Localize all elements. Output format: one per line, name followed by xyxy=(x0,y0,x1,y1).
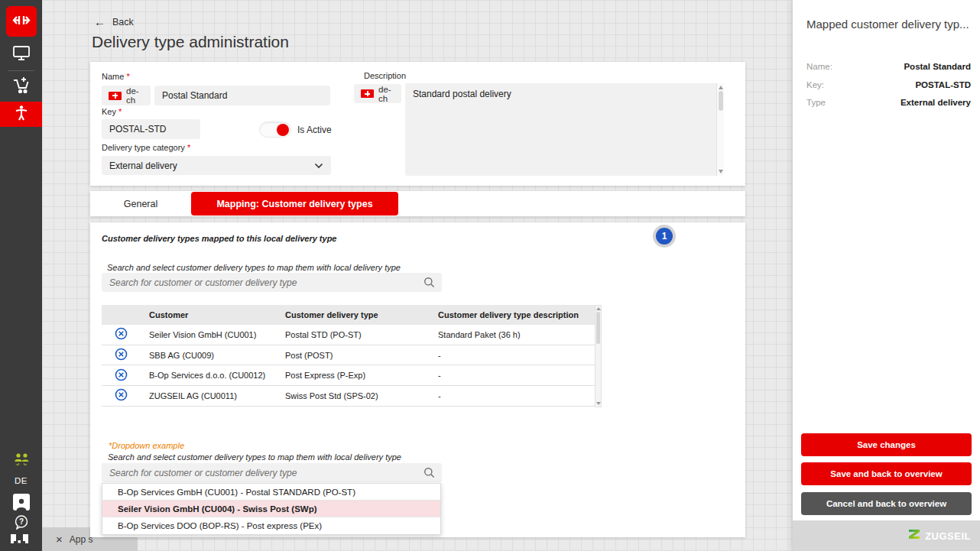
cell-description: - xyxy=(438,371,595,380)
zugseil-z-icon xyxy=(908,529,920,543)
sidebar-item-active[interactable] xyxy=(0,102,42,127)
search-instruction: Search and select customer delivery type… xyxy=(108,452,401,462)
table-row: ZUGSEIL AG (CU0011) Swiss Post Std (SPS-… xyxy=(102,386,595,407)
close-icon[interactable]: × xyxy=(56,533,63,546)
save-back-overview-button[interactable]: Save and back to overview xyxy=(801,462,972,485)
col-description: Customer delivery type description xyxy=(438,310,595,319)
avatar-icon xyxy=(13,494,30,510)
app-banner-label: App s xyxy=(70,534,93,545)
mapping-heading: Customer delivery types mapped to this l… xyxy=(102,234,337,243)
description-scrollbar[interactable] xyxy=(716,83,724,176)
toggle-knob xyxy=(277,124,289,136)
detail-row-name: Name: Postal Standard xyxy=(806,61,971,72)
is-active-toggle[interactable] xyxy=(259,122,291,138)
design-canvas: ← Back Delivery type administration Name… xyxy=(42,0,793,551)
dropdown-example-caption: *Dropdown example xyxy=(109,441,184,450)
name-input[interactable] xyxy=(154,86,330,105)
table-header: Customer Customer delivery type Customer… xyxy=(102,305,595,325)
swiss-flag-icon xyxy=(109,92,122,100)
mapping-search xyxy=(102,273,442,292)
sidebar-locale[interactable]: DE xyxy=(0,474,42,488)
cell-customer: B-Op Services d.o.o. (CU0012) xyxy=(140,371,285,380)
dropdown-listbox: B-Op Services GmbH (CU001) - Postal STAN… xyxy=(102,483,441,535)
scroll-thumb[interactable] xyxy=(719,91,723,111)
scroll-up-arrow[interactable] xyxy=(596,307,601,310)
detail-value: POSTAL-STD xyxy=(915,80,971,89)
col-customer-delivery-type: Customer delivery type xyxy=(285,310,438,319)
key-label: Key * xyxy=(102,107,122,116)
sidebar-divider xyxy=(8,70,34,71)
search-icon[interactable] xyxy=(423,467,435,481)
description-language-chip[interactable]: de-ch xyxy=(354,84,401,103)
search-instruction: Search and select customer delivery type… xyxy=(107,263,401,272)
sbb-logo[interactable] xyxy=(6,6,37,37)
detail-label: Type xyxy=(806,98,826,107)
table-row: B-Op Services d.o.o. (CU0012) Post Expre… xyxy=(102,365,595,386)
dropdown-option[interactable]: B-Op Services GmbH (CU001) - Postal STAN… xyxy=(102,484,440,501)
annotation-badge: 1 xyxy=(653,225,676,248)
tab-bar: General Mapping: Customer delivery types xyxy=(90,191,745,216)
mapping-search-input[interactable] xyxy=(102,273,442,292)
mapped-types-table: Customer Customer delivery type Customer… xyxy=(102,305,595,407)
detail-row-type: Type External delivery xyxy=(806,97,971,108)
detail-label: Name: xyxy=(806,62,832,71)
sidebar-item-user-switch[interactable] xyxy=(0,452,42,471)
remove-mapping-icon[interactable] xyxy=(115,388,128,403)
dropdown-option[interactable]: B-Op Services DOO (BOP-RS) - Post expres… xyxy=(102,517,440,534)
category-select[interactable]: External delivery xyxy=(102,156,331,175)
sbb-double-arrow-icon xyxy=(11,15,32,29)
lang-chip-label: de-ch xyxy=(126,86,144,105)
delivery-type-form-panel: Name * de-ch Key * Is Active Delivery ty… xyxy=(90,62,745,186)
description-value: Standard postal delivery xyxy=(413,89,511,99)
col-customer: Customer xyxy=(140,310,285,319)
sidebar-item-cart[interactable] xyxy=(0,75,42,99)
scroll-thumb[interactable] xyxy=(596,312,600,344)
remove-mapping-icon[interactable] xyxy=(115,348,128,362)
cell-type: Post Express (P-Exp) xyxy=(285,371,438,380)
sidebar-item-bop-logo xyxy=(0,534,42,546)
dropdown-search-input[interactable] xyxy=(102,463,442,482)
search-icon[interactable] xyxy=(423,277,435,291)
mapping-panel: Customer delivery types mapped to this l… xyxy=(90,222,745,537)
scroll-up-arrow[interactable] xyxy=(719,86,723,89)
save-changes-button[interactable]: Save changes xyxy=(801,433,972,456)
sidebar-item-monitor[interactable] xyxy=(0,44,42,66)
cancel-back-overview-button[interactable]: Cancel and back to overview xyxy=(801,492,972,515)
remove-mapping-icon[interactable] xyxy=(115,368,128,383)
back-label: Back xyxy=(112,17,134,28)
cell-customer: Seiler Vision GmbH (CU001) xyxy=(140,330,285,339)
key-input[interactable] xyxy=(102,119,200,139)
table-scrollbar[interactable] xyxy=(595,305,602,407)
tab-general[interactable]: General xyxy=(90,191,191,216)
sidebar-item-profile[interactable] xyxy=(0,492,42,512)
scroll-down-arrow[interactable] xyxy=(719,170,723,173)
details-panel: Mapped customer delivery typ... Name: Po… xyxy=(793,0,980,551)
bop-blocks-icon xyxy=(10,533,33,547)
category-label: Delivery type category * xyxy=(102,143,190,152)
cart-plus-icon xyxy=(11,76,31,99)
cell-description: - xyxy=(438,391,595,400)
sidebar-item-help[interactable]: ? xyxy=(0,515,42,532)
cell-description: - xyxy=(438,351,595,360)
brand-name: ZUGSEIL xyxy=(925,530,971,542)
people-switch-icon xyxy=(12,452,31,471)
tab-mapping-customer-delivery-types[interactable]: Mapping: Customer delivery types xyxy=(191,192,398,216)
cell-customer: SBB AG (CU009) xyxy=(140,351,285,360)
page-title: Delivery type administration xyxy=(92,33,289,51)
svg-text:?: ? xyxy=(18,517,23,526)
locale-label: DE xyxy=(15,476,28,485)
help-icon: ? xyxy=(14,514,29,533)
is-active-label: Is Active xyxy=(297,125,332,135)
back-button[interactable]: ← Back xyxy=(94,15,134,28)
app-sidebar: DE ? xyxy=(0,0,42,551)
table-row: SBB AG (CU009) Post (POST) - xyxy=(102,345,595,366)
scroll-down-arrow[interactable] xyxy=(596,402,601,405)
dropdown-search xyxy=(102,463,442,482)
dropdown-option-highlighted[interactable]: Seiler Vision GmbH (CU004) - Swiss Post … xyxy=(102,501,440,517)
description-textarea[interactable]: Standard postal delivery xyxy=(405,83,724,176)
name-language-chip[interactable]: de-ch xyxy=(102,86,151,105)
remove-mapping-icon[interactable] xyxy=(115,327,128,342)
name-label: Name * xyxy=(102,72,130,81)
detail-value: External delivery xyxy=(900,98,971,107)
cell-type: Postal STD (PO-ST) xyxy=(285,330,438,339)
